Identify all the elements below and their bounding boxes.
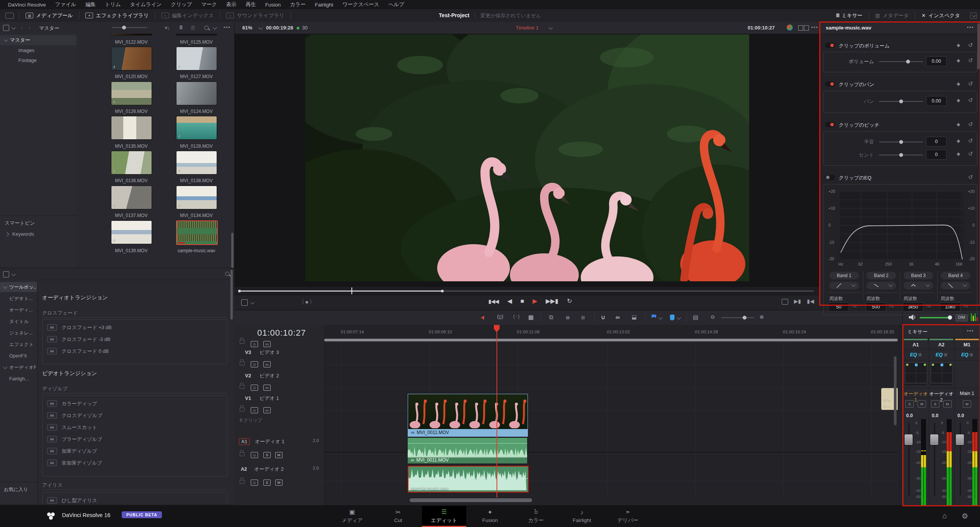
expand-icon[interactable] <box>3 365 7 369</box>
media-thumb[interactable]: ♪ <box>111 47 152 70</box>
fx-item[interactable]: ⋈ひし型アイリス <box>47 496 227 504</box>
insert-clip-icon[interactable]: ⧉ <box>549 314 553 321</box>
dynamic-trim-icon[interactable]: ⟨᛫⟩ <box>513 314 520 320</box>
trim-mode-icon[interactable]: ⟨▯⟩ <box>497 314 503 320</box>
keyframe-icon[interactable]: ◆ <box>957 42 960 48</box>
media-thumb-selected[interactable] <box>176 220 218 245</box>
link-clips-icon[interactable]: ∞ <box>616 314 620 320</box>
pan-handle[interactable] <box>941 364 943 366</box>
track-header[interactable]: 8 クリップ <box>234 417 324 424</box>
fx-item[interactable]: ⋈ブラーディゾルブ <box>47 435 227 443</box>
fx-category[interactable]: オーディ... <box>0 305 37 315</box>
track-header[interactable]: A2オーディオ 22.0 <box>234 466 324 477</box>
scrub-start-dot[interactable] <box>238 290 241 292</box>
page-tab-4[interactable]: ⠷カラー <box>514 506 558 526</box>
fx-scrollbar[interactable] <box>230 270 233 320</box>
lock-icon[interactable] <box>240 385 245 389</box>
next-edit-icon[interactable]: ▶▮ <box>794 298 801 304</box>
reset-icon[interactable]: ↺ <box>968 150 973 157</box>
transform-icon[interactable] <box>241 299 248 306</box>
strip-eq-button[interactable]: EQ ﺎll <box>954 352 980 357</box>
auto-select-icon[interactable]: ◇ <box>251 341 258 347</box>
effects-library-button[interactable]: ✦エフェクトライブラリ <box>79 9 155 22</box>
pan-control[interactable] <box>905 362 927 383</box>
metadata-button[interactable]: ▤メタデータ <box>869 9 915 22</box>
keyframe-icon[interactable]: ◆ <box>957 138 960 144</box>
fx-category[interactable]: OpenFX <box>0 351 37 361</box>
zoom-in-icon[interactable]: ⊕ <box>760 314 764 320</box>
track-name[interactable]: ビデオ 2 <box>260 373 279 379</box>
fx-item[interactable]: ⋈クロスフェード 0 dB <box>47 347 227 355</box>
next-frame-button[interactable]: ▶▶▮ <box>546 297 558 305</box>
menu-item[interactable]: マーク <box>197 1 221 8</box>
eq-shape-dropdown[interactable] <box>829 282 859 289</box>
lock-icon[interactable] <box>240 408 245 411</box>
back-icon[interactable]: ‹ <box>21 24 23 31</box>
search-icon[interactable] <box>204 26 209 30</box>
eq-band-button[interactable]: Band 3 <box>903 272 933 279</box>
strip-track-name[interactable]: Main 1 <box>954 391 980 396</box>
keyframe-icon[interactable]: ◆ <box>957 151 960 157</box>
page-tab-edit[interactable]: ☰エディット <box>422 506 466 527</box>
filmstrip-icon[interactable]: ▭ <box>263 385 271 391</box>
clip-pan-toggle[interactable] <box>825 82 835 86</box>
match-frame-icon[interactable] <box>782 299 788 305</box>
stop-button[interactable]: ■ <box>520 298 524 305</box>
page-tab-5[interactable]: ♪Fairlight <box>560 506 604 526</box>
strip-fader-value[interactable]: 0.0 <box>957 413 964 418</box>
track-header[interactable]: ◇▭ <box>234 383 324 393</box>
menu-item[interactable]: Fairlight <box>311 2 338 8</box>
mute-button[interactable]: M <box>275 452 283 458</box>
loop-button[interactable]: ↻ <box>567 297 572 305</box>
lock-icon[interactable] <box>240 452 245 456</box>
media-thumb[interactable]: ♪ <box>176 34 217 36</box>
page-tab-0[interactable]: ▣メディア <box>330 506 374 526</box>
mute-button[interactable]: M <box>275 480 283 486</box>
param-value[interactable]: 0.00 <box>926 56 947 66</box>
slider-knob[interactable] <box>743 316 746 320</box>
reset-icon[interactable]: ↺ <box>968 174 973 181</box>
eq-band-button[interactable]: Band 2 <box>866 272 896 279</box>
eq-shape-dropdown[interactable] <box>866 282 896 289</box>
fx-item[interactable]: ⋈加算ディゾルブ <box>47 447 227 455</box>
track-header[interactable]: V2ビデオ 2 <box>234 372 324 383</box>
fx-category[interactable]: ツールボッ... <box>0 282 37 292</box>
sound-library-button[interactable]: ≡サウンドライブラリ <box>220 9 290 22</box>
pan-dot-right[interactable] <box>949 364 952 366</box>
dest-track-badge[interactable]: A1 <box>239 438 250 445</box>
param-slider[interactable] <box>879 101 923 102</box>
loop-range-icon[interactable]: 〈●〉 <box>299 299 316 306</box>
param-slider[interactable] <box>879 61 923 62</box>
timeline-playhead[interactable] <box>497 325 497 498</box>
reset-icon[interactable]: ↺ <box>968 121 973 128</box>
menu-item[interactable]: 編集 <box>81 1 100 8</box>
menu-item[interactable]: ワークスペース <box>338 1 384 8</box>
reset-icon[interactable]: ↺ <box>968 137 973 144</box>
eq-curve[interactable] <box>840 191 963 259</box>
expand-icon[interactable] <box>5 232 9 236</box>
keyframe-icon[interactable]: ◆ <box>957 58 960 63</box>
param-slider[interactable] <box>879 142 923 142</box>
param-value[interactable]: 0 <box>926 137 947 147</box>
pan-handle[interactable] <box>915 364 918 366</box>
eq-band-button[interactable]: Band 4 <box>941 272 970 279</box>
media-thumb[interactable]: ♪ <box>111 220 152 244</box>
filmstrip-icon[interactable]: ▭ <box>263 361 271 367</box>
strip-fader-value[interactable]: 0.0 <box>906 413 913 418</box>
forward-icon[interactable]: › <box>29 24 31 31</box>
marker-icon[interactable] <box>670 315 675 320</box>
scrub-end-dot[interactable] <box>441 290 444 292</box>
eq-freq-value[interactable]: 10k0 <box>940 302 960 312</box>
track-header[interactable]: ◇▭ <box>234 406 324 416</box>
fx-item[interactable]: ⋈クロスディゾルブ <box>47 411 227 419</box>
keyframe-icon[interactable]: ◆ <box>957 98 960 103</box>
thumb-zoom-slider[interactable] <box>112 27 147 28</box>
prev-edit-icon[interactable]: ▮◀ <box>807 298 814 304</box>
slider-knob[interactable] <box>899 100 903 103</box>
chevron-down-icon[interactable] <box>213 25 217 29</box>
menu-app[interactable]: DaVinci Resolve <box>4 2 50 8</box>
pan-control[interactable] <box>931 362 953 383</box>
menu-item[interactable]: カラー <box>286 1 310 8</box>
replace-clip-icon[interactable]: ⧈ <box>581 314 585 321</box>
media-thumb[interactable]: ♪ <box>176 151 217 175</box>
